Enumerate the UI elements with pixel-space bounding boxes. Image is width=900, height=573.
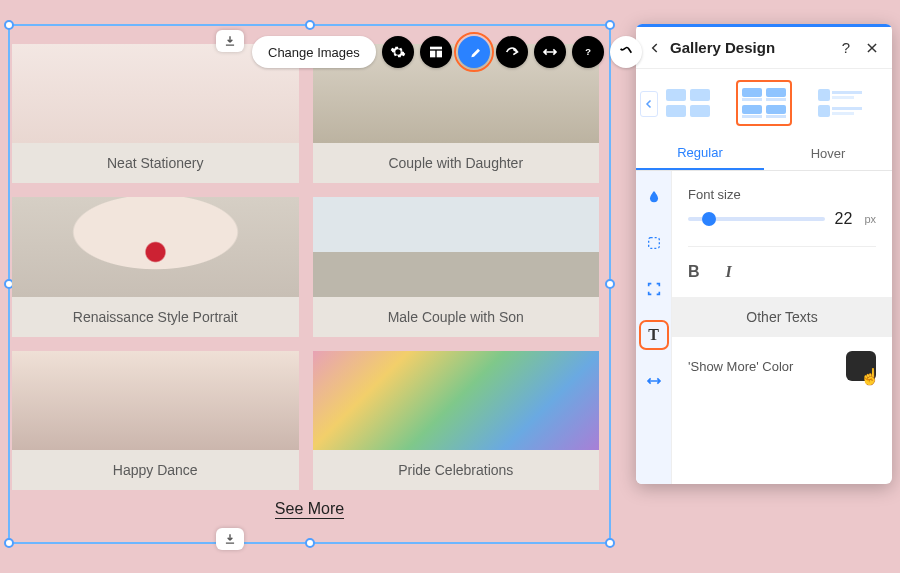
stretch-icon <box>542 44 558 60</box>
rail-corners-button[interactable] <box>642 277 666 301</box>
svg-rect-1 <box>430 51 435 58</box>
design-button[interactable] <box>458 36 490 68</box>
svg-rect-18 <box>832 91 862 94</box>
chevron-left-icon <box>643 98 655 110</box>
gallery-image <box>313 197 600 296</box>
font-size-label: Font size <box>688 187 876 202</box>
chevron-left-icon <box>648 41 662 55</box>
gallery-item[interactable]: Pride Celebrations <box>313 351 600 490</box>
panel-back-button[interactable] <box>646 41 664 55</box>
gear-icon <box>390 44 406 60</box>
resize-handle-mt[interactable] <box>305 20 315 30</box>
slider-knob[interactable] <box>702 212 716 226</box>
element-toolbar: Change Images ? <box>252 36 642 68</box>
tab-regular[interactable]: Regular <box>636 137 764 170</box>
gallery-item[interactable]: Renaissance Style Portrait <box>12 197 299 336</box>
resize-handle-tl[interactable] <box>4 20 14 30</box>
help-icon: ? <box>580 44 596 60</box>
resize-handle-tr[interactable] <box>605 20 615 30</box>
state-tabs: Regular Hover <box>636 137 892 171</box>
bold-italic-row: B I <box>688 263 876 281</box>
font-size-unit: px <box>864 213 876 225</box>
svg-rect-15 <box>766 105 786 114</box>
layout-option-2[interactable] <box>736 80 792 126</box>
rail-spacing-button[interactable] <box>642 369 666 393</box>
stretch-button[interactable] <box>534 36 566 68</box>
layout-thumb-icon <box>816 85 864 121</box>
layout-button[interactable] <box>420 36 452 68</box>
settings-button[interactable] <box>382 36 414 68</box>
panel-help-button[interactable]: ? <box>836 38 856 58</box>
change-images-button[interactable]: Change Images <box>252 36 376 68</box>
animation-button[interactable] <box>496 36 528 68</box>
font-size-row: 22px <box>688 210 876 228</box>
layout-thumb-icon <box>664 85 712 121</box>
gallery-image <box>12 197 299 296</box>
more-button[interactable] <box>610 36 642 68</box>
layout-thumb-icon <box>740 85 788 121</box>
anchor-bottom-button[interactable] <box>216 528 244 550</box>
svg-rect-12 <box>766 98 786 101</box>
anchor-top-button[interactable] <box>216 30 244 52</box>
gallery-grid: Neat Stationery Couple with Daughter Ren… <box>12 44 599 490</box>
svg-rect-9 <box>742 88 762 97</box>
gallery-image <box>313 351 600 450</box>
bounding-box-icon <box>646 281 662 297</box>
download-icon <box>223 532 237 546</box>
resize-handle-br[interactable] <box>605 538 615 548</box>
svg-rect-16 <box>766 115 786 118</box>
svg-rect-7 <box>666 105 686 117</box>
font-size-value[interactable]: 22 <box>835 210 853 228</box>
svg-rect-14 <box>742 115 762 118</box>
other-texts-header: Other Texts <box>672 297 892 337</box>
bold-toggle[interactable]: B <box>688 263 700 281</box>
resize-handle-mb[interactable] <box>305 538 315 548</box>
help-button[interactable]: ? <box>572 36 604 68</box>
tab-hover[interactable]: Hover <box>764 137 892 170</box>
italic-toggle[interactable]: I <box>726 263 732 281</box>
svg-rect-10 <box>742 98 762 101</box>
rail-text-button[interactable]: T <box>642 323 666 347</box>
design-side-rail: T <box>636 171 672 484</box>
layout-options-row <box>636 69 892 137</box>
gallery-selection-frame[interactable]: Neat Stationery Couple with Daughter Ren… <box>8 24 611 544</box>
gallery-item[interactable]: Male Couple with Son <box>313 197 600 336</box>
panel-close-button[interactable] <box>862 38 882 58</box>
text-icon: T <box>648 326 659 344</box>
gallery-caption: Renaissance Style Portrait <box>12 297 299 337</box>
divider <box>688 246 876 247</box>
svg-rect-2 <box>436 51 441 58</box>
layout-scroll-left[interactable] <box>640 91 658 117</box>
gallery-caption: Happy Dance <box>12 450 299 490</box>
dashed-box-icon <box>646 235 662 251</box>
gallery-item[interactable]: Happy Dance <box>12 351 299 490</box>
svg-rect-8 <box>690 105 710 117</box>
layout-option-1[interactable] <box>660 80 716 126</box>
layout-option-3[interactable] <box>812 80 868 126</box>
svg-rect-22 <box>832 112 854 115</box>
animation-icon <box>504 44 520 60</box>
see-more-label: See More <box>275 500 344 519</box>
svg-text:?: ? <box>585 47 591 57</box>
svg-rect-0 <box>430 47 442 50</box>
gallery-caption: Male Couple with Son <box>313 297 600 337</box>
cursor-icon: ☝️ <box>860 367 880 386</box>
svg-rect-21 <box>832 107 862 110</box>
panel-body: T Font size 22px B I Other Texts 'Show M… <box>636 171 892 484</box>
download-icon <box>223 34 237 48</box>
change-images-label: Change Images <box>268 45 360 60</box>
svg-rect-19 <box>832 96 854 99</box>
show-more-color-swatch[interactable]: ☝️ <box>846 351 876 381</box>
svg-rect-5 <box>666 89 686 101</box>
gallery-design-panel: Gallery Design ? <box>636 24 892 484</box>
see-more-link[interactable]: See More <box>10 500 609 518</box>
rail-fill-button[interactable] <box>642 185 666 209</box>
close-icon <box>865 41 879 55</box>
rail-border-button[interactable] <box>642 231 666 255</box>
svg-rect-13 <box>742 105 762 114</box>
panel-header: Gallery Design ? <box>636 27 892 69</box>
resize-handle-bl[interactable] <box>4 538 14 548</box>
font-size-slider[interactable] <box>688 217 825 221</box>
brush-icon <box>466 44 482 60</box>
resize-handle-mr[interactable] <box>605 279 615 289</box>
